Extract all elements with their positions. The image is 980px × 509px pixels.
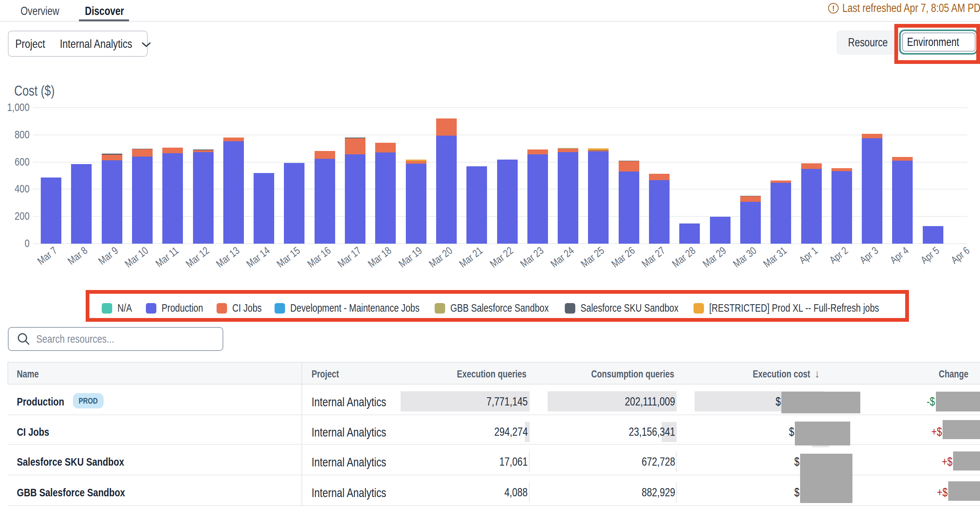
x-axis-tick-label: Mar 14 <box>245 245 272 270</box>
bar-segment[interactable] <box>679 224 700 244</box>
bar-segment[interactable] <box>315 159 335 244</box>
bar-segment[interactable] <box>862 138 882 244</box>
tab-discover[interactable]: Discover <box>85 5 134 18</box>
redaction-box <box>948 481 980 501</box>
bar-segment[interactable] <box>406 164 426 244</box>
col-header-change[interactable]: Change <box>931 368 969 380</box>
bar-segment[interactable] <box>223 138 244 141</box>
bar-segment[interactable] <box>801 169 822 244</box>
bar-segment[interactable] <box>193 150 213 152</box>
bar-segment[interactable] <box>406 160 426 161</box>
x-axis-tick-label: Mar 8 <box>66 245 89 266</box>
bar-segment[interactable] <box>770 181 791 183</box>
bar-segment[interactable] <box>41 178 61 244</box>
table-row[interactable] <box>8 476 980 506</box>
bar-segment[interactable] <box>436 136 457 244</box>
sort-desc-icon[interactable]: ↓ <box>814 367 820 380</box>
x-axis-tick-label: Mar 31 <box>762 245 789 270</box>
bar-segment[interactable] <box>102 154 123 155</box>
bar-segment[interactable] <box>649 174 670 180</box>
bar-segment[interactable] <box>132 149 153 149</box>
search-input[interactable] <box>36 333 185 345</box>
bar-segment[interactable] <box>497 160 518 244</box>
bar-segment[interactable] <box>406 161 426 164</box>
value-bar <box>676 482 677 502</box>
bar-segment[interactable] <box>558 149 578 152</box>
resource-toggle-button[interactable]: Resource <box>837 31 899 55</box>
bar-segment[interactable] <box>71 164 92 244</box>
bar-segment[interactable] <box>588 150 609 151</box>
value-bar <box>676 452 677 472</box>
x-axis-tick-label: Mar 10 <box>123 245 150 270</box>
bar-segment[interactable] <box>132 149 153 157</box>
bar-segment[interactable] <box>588 151 609 244</box>
bar-segment[interactable] <box>740 196 761 202</box>
bar-segment[interactable] <box>892 161 913 244</box>
col-header-name[interactable]: Name <box>17 368 45 380</box>
bar-segment[interactable] <box>345 154 366 244</box>
bar-segment[interactable] <box>527 149 548 154</box>
search-box <box>8 327 223 351</box>
bar-segment[interactable] <box>649 180 670 244</box>
bar-segment[interactable] <box>527 154 548 244</box>
bar-segment[interactable] <box>375 143 396 152</box>
bar-segment[interactable] <box>832 168 852 171</box>
x-axis-tick-label: Mar 22 <box>488 245 515 270</box>
bar-segment[interactable] <box>923 226 943 244</box>
y-axis-tick-label: 1,000 <box>0 101 30 114</box>
col-header-consumption-queries[interactable]: Consumption queries <box>570 368 675 380</box>
bar-segment[interactable] <box>619 161 639 161</box>
col-header-execution-queries[interactable]: Execution queries <box>439 368 527 380</box>
bar-segment[interactable] <box>466 166 487 244</box>
execution-cost-value: $ <box>793 455 799 469</box>
x-axis-tick-label: Mar 20 <box>428 245 455 270</box>
bar-segment[interactable] <box>193 152 213 244</box>
bar-segment[interactable] <box>619 161 639 171</box>
last-refreshed-notice: ! Last refreshed Apr 7, 8:05 AM PDT <box>828 2 980 15</box>
bar-segment[interactable] <box>162 147 183 153</box>
bar-segment[interactable] <box>132 157 153 244</box>
env-badge: PROD <box>73 393 103 409</box>
bar-segment[interactable] <box>740 196 761 196</box>
bar-segment[interactable] <box>193 149 213 150</box>
bar-segment[interactable] <box>162 153 183 244</box>
last-refreshed-text: Last refreshed Apr 7, 8:05 AM PDT <box>842 2 980 15</box>
bar-segment[interactable] <box>558 152 578 244</box>
project-filter-value: Internal Analytics <box>60 37 132 51</box>
consumption-queries-value: 882,929 <box>633 486 675 499</box>
bar-segment[interactable] <box>892 157 913 161</box>
col-header-execution-cost[interactable]: Execution cost <box>738 368 810 380</box>
col-header-project[interactable]: Project <box>312 368 346 380</box>
bar-segment[interactable] <box>345 138 366 154</box>
tab-overview[interactable]: Overview <box>21 5 69 18</box>
redaction-box <box>795 422 850 446</box>
bar-segment[interactable] <box>710 217 730 244</box>
resource-toggle-label: Resource <box>848 36 888 49</box>
x-axis-tick-label: Mar 18 <box>367 245 393 270</box>
x-axis-tick-label: Apr 5 <box>919 245 941 266</box>
bar-segment[interactable] <box>801 163 822 169</box>
y-axis-tick-label: 800 <box>0 128 30 141</box>
bar-segment[interactable] <box>375 152 396 244</box>
execution-queries-value: 17,061 <box>492 455 528 469</box>
bar-segment[interactable] <box>345 138 366 138</box>
project-filter-dropdown[interactable]: Project Internal Analytics <box>8 31 148 57</box>
bar-segment[interactable] <box>770 183 791 244</box>
bar-segment[interactable] <box>102 155 123 160</box>
bar-segment[interactable] <box>862 134 882 138</box>
legend-highlight <box>86 290 909 322</box>
bar-segment[interactable] <box>254 173 274 244</box>
bar-segment[interactable] <box>832 171 852 244</box>
bar-segment[interactable] <box>315 151 335 159</box>
bar-segment[interactable] <box>284 163 304 244</box>
row-project: Internal Analytics <box>312 455 405 469</box>
bar-segment[interactable] <box>740 202 761 244</box>
row-project: Internal Analytics <box>312 486 405 500</box>
bar-segment[interactable] <box>588 151 609 151</box>
bar-segment[interactable] <box>102 160 123 244</box>
bar-segment[interactable] <box>436 119 457 136</box>
bar-segment[interactable] <box>619 171 639 244</box>
bar-segment[interactable] <box>223 141 244 244</box>
bar-segment[interactable] <box>558 148 578 149</box>
bar-segment[interactable] <box>588 148 609 150</box>
